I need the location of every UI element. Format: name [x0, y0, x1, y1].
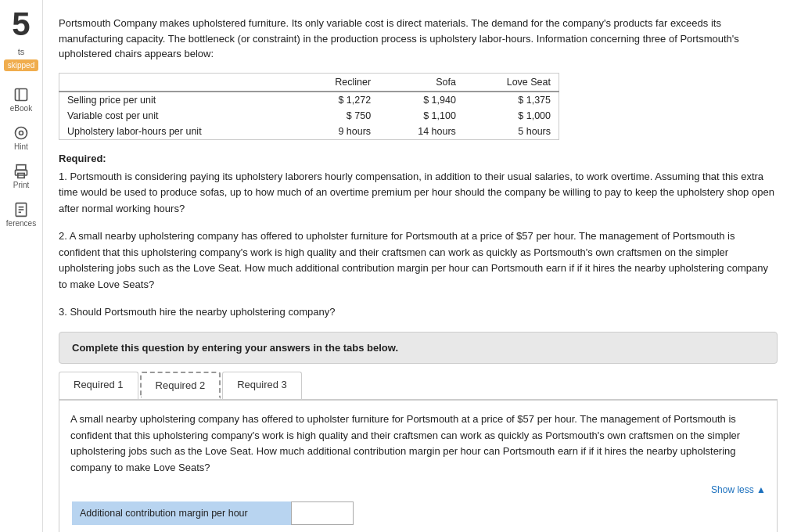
input-row: Additional contribution margin per hour: [70, 501, 766, 525]
contribution-margin-input[interactable]: [291, 501, 354, 525]
ebook-icon: [13, 87, 29, 102]
svg-point-2: [16, 128, 27, 139]
sidebar-item-print[interactable]: Print: [13, 164, 30, 189]
row-sofa-selling: $ 1,940: [379, 92, 464, 108]
col-header-item: [59, 73, 297, 92]
row-label-variable: Variable cost per unit: [59, 108, 297, 124]
svg-point-3: [20, 131, 23, 135]
data-table: Recliner Sofa Love Seat Selling price pe…: [59, 73, 559, 140]
references-label: ferences: [6, 219, 36, 228]
ebook-label: eBook: [10, 104, 32, 113]
required-item-3: 3. Should Portsmouth hire the nearby uph…: [59, 304, 778, 321]
references-icon: [13, 202, 29, 217]
col-header-recliner: Recliner: [297, 73, 379, 92]
row-loveseat-variable: $ 1,000: [464, 108, 559, 124]
problem-text: Portsmouth Company makes upholstered fur…: [59, 16, 778, 62]
row-loveseat-selling: $ 1,375: [464, 92, 559, 108]
table-row: Upholstery labor-hours per unit 9 hours …: [59, 124, 559, 140]
sidebar-item-ebook[interactable]: eBook: [10, 87, 32, 113]
sidebar-item-hint[interactable]: Hint: [13, 125, 29, 151]
hint-icon: [13, 125, 29, 141]
row-recliner-variable: $ 750: [297, 108, 379, 124]
row-label-selling: Selling price per unit: [59, 92, 297, 108]
sidebar: 5 ts skipped eBook Hint Print ferences: [0, 0, 43, 532]
table-row: Variable cost per unit $ 750 $ 1,100 $ 1…: [59, 108, 559, 124]
print-icon: [13, 164, 29, 179]
svg-rect-5: [16, 170, 27, 175]
svg-rect-0: [15, 89, 27, 101]
problem-number: 5: [12, 8, 30, 41]
show-less-button[interactable]: Show less ▲: [70, 484, 766, 495]
tab-required-3[interactable]: Required 3: [222, 372, 302, 399]
required-item-1: 1. Portsmouth is considering paying its …: [59, 169, 778, 217]
required-section: Required: 1. Portsmouth is considering p…: [59, 153, 778, 321]
skipped-badge: skipped: [4, 59, 38, 71]
row-loveseat-hours: 5 hours: [464, 124, 559, 140]
complete-box: Complete this question by entering your …: [59, 332, 778, 364]
required-item-2: 2. A small nearby upholstering company h…: [59, 228, 778, 293]
tab-content-text: A small nearby upholstering company has …: [70, 412, 766, 476]
tab-required-2[interactable]: Required 2: [140, 372, 221, 399]
tab-content-box: A small nearby upholstering company has …: [59, 401, 778, 532]
points-label: ts: [18, 47, 25, 56]
col-header-sofa: Sofa: [379, 73, 464, 92]
main-content: Portsmouth Company makes upholstered fur…: [43, 0, 801, 532]
required-heading: Required:: [59, 153, 778, 164]
sidebar-item-references[interactable]: ferences: [6, 202, 36, 228]
row-sofa-variable: $ 1,100: [379, 108, 464, 124]
row-sofa-hours: 14 hours: [379, 124, 464, 140]
table-row: Selling price per unit $ 1,272 $ 1,940 $…: [59, 92, 559, 108]
hint-label: Hint: [14, 142, 28, 151]
tabs-container: Required 1 Required 2 Required 3: [59, 372, 778, 401]
tab-required-1[interactable]: Required 1: [59, 372, 138, 399]
row-recliner-selling: $ 1,272: [297, 92, 379, 108]
row-recliner-hours: 9 hours: [297, 124, 379, 140]
col-header-loveseat: Love Seat: [464, 73, 559, 92]
row-label-hours: Upholstery labor-hours per unit: [59, 124, 297, 140]
print-label: Print: [13, 181, 30, 189]
svg-rect-4: [16, 165, 26, 171]
input-label: Additional contribution margin per hour: [72, 501, 291, 525]
